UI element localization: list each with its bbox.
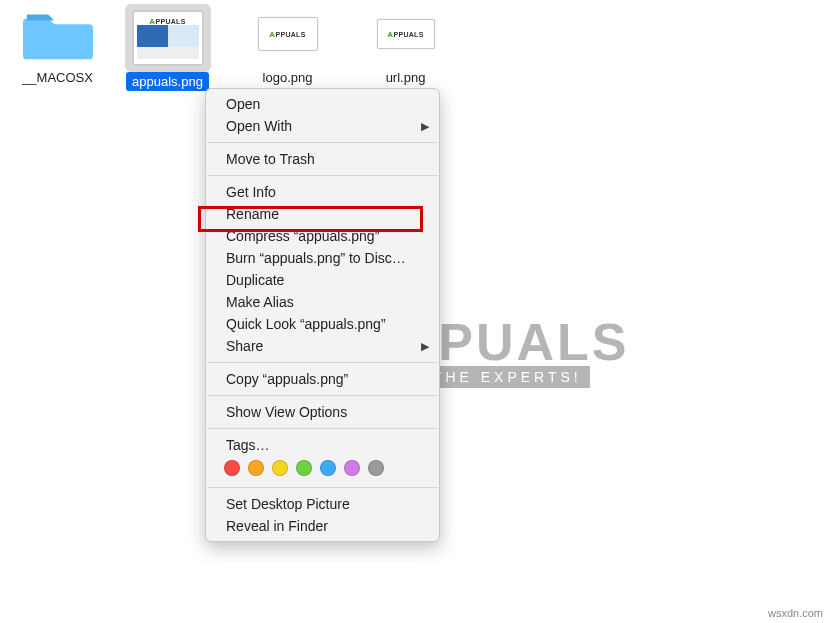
- file-label: appuals.png: [126, 72, 209, 91]
- file-item-logo[interactable]: APPUALS logo.png: [240, 4, 335, 87]
- tag-color-dot[interactable]: [224, 460, 240, 476]
- finder-desktop: __MACOSX APPUALS appuals.png APPUALS l: [0, 0, 831, 623]
- tag-color-dot[interactable]: [368, 460, 384, 476]
- tag-color-dot[interactable]: [320, 460, 336, 476]
- tag-color-dot[interactable]: [248, 460, 264, 476]
- menu-separator: [207, 142, 438, 143]
- menu-separator: [207, 175, 438, 176]
- menu-separator: [207, 395, 438, 396]
- image-thumbnail-icon: APPUALS: [133, 11, 203, 65]
- menu-quick-look[interactable]: Quick Look “appuals.png”: [206, 313, 439, 335]
- chevron-right-icon: ▶: [421, 120, 429, 133]
- chevron-right-icon: ▶: [421, 340, 429, 353]
- menu-separator: [207, 362, 438, 363]
- menu-separator: [207, 428, 438, 429]
- menu-tags[interactable]: Tags…: [206, 434, 439, 456]
- menu-show-view-options[interactable]: Show View Options: [206, 401, 439, 423]
- file-label: url.png: [380, 68, 432, 87]
- file-item-folder[interactable]: __MACOSX: [10, 4, 105, 87]
- menu-reveal-in-finder[interactable]: Reveal in Finder: [206, 515, 439, 537]
- menu-compress[interactable]: Compress “appuals.png”: [206, 225, 439, 247]
- folder-icon: [23, 4, 93, 64]
- menu-get-info[interactable]: Get Info: [206, 181, 439, 203]
- context-menu: Open Open With ▶ Move to Trash Get Info …: [205, 88, 440, 542]
- file-item-url[interactable]: APPUALS url.png: [358, 4, 453, 87]
- file-label: __MACOSX: [16, 68, 99, 87]
- tag-color-dot[interactable]: [344, 460, 360, 476]
- menu-move-to-trash[interactable]: Move to Trash: [206, 148, 439, 170]
- menu-set-desktop-picture[interactable]: Set Desktop Picture: [206, 493, 439, 515]
- menu-label: Share: [226, 338, 263, 354]
- menu-copy[interactable]: Copy “appuals.png”: [206, 368, 439, 390]
- menu-make-alias[interactable]: Make Alias: [206, 291, 439, 313]
- image-thumbnail-icon: APPUALS: [258, 17, 318, 51]
- file-label: logo.png: [257, 68, 319, 87]
- menu-duplicate[interactable]: Duplicate: [206, 269, 439, 291]
- credit-text: wsxdn.com: [768, 607, 823, 619]
- tag-color-dot[interactable]: [272, 460, 288, 476]
- tag-color-dot[interactable]: [296, 460, 312, 476]
- menu-open[interactable]: Open: [206, 93, 439, 115]
- tags-row: [206, 456, 439, 482]
- menu-burn-to-disc[interactable]: Burn “appuals.png” to Disc…: [206, 247, 439, 269]
- menu-label: Open With: [226, 118, 292, 134]
- file-item-appuals[interactable]: APPUALS appuals.png: [120, 4, 215, 91]
- menu-rename[interactable]: Rename: [206, 203, 439, 225]
- menu-separator: [207, 487, 438, 488]
- image-thumbnail-icon: APPUALS: [377, 19, 435, 49]
- menu-share[interactable]: Share ▶: [206, 335, 439, 357]
- menu-open-with[interactable]: Open With ▶: [206, 115, 439, 137]
